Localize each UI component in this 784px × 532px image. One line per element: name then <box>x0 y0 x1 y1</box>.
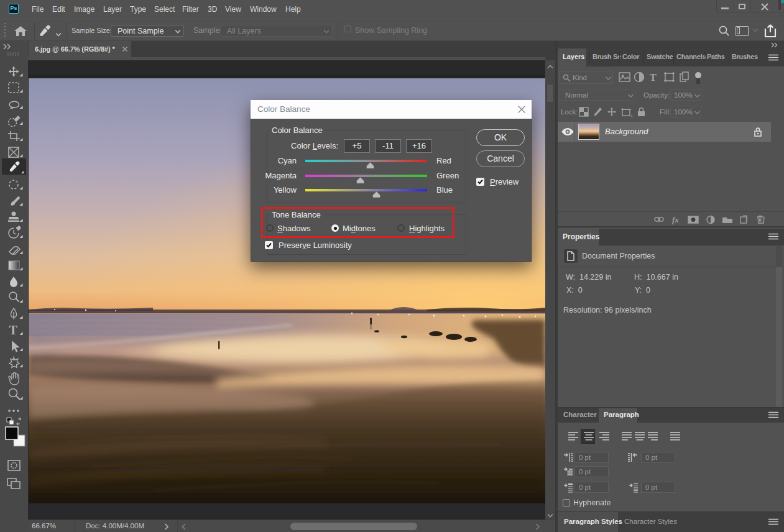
svg-text:fx: fx <box>672 215 679 224</box>
svg-text:T: T <box>9 323 18 337</box>
svg-text:T: T <box>650 72 657 83</box>
